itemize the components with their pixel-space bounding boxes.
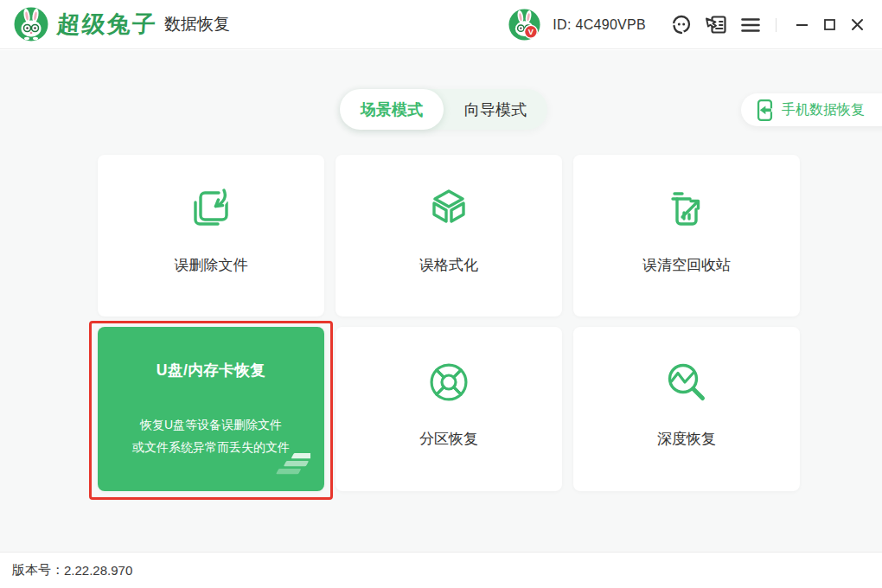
app-title: 超级兔子 — [56, 9, 159, 40]
tab-wizard-mode[interactable]: 向导模式 — [444, 89, 547, 130]
version-value: 2.22.28.970 — [64, 563, 132, 578]
status-bar: 版本号： 2.22.28.970 — [0, 552, 882, 588]
layers-icon — [276, 451, 310, 481]
maximize-button[interactable] — [818, 14, 840, 36]
card-label: 误格式化 — [419, 255, 478, 275]
trash-restore-icon — [662, 184, 711, 236]
svg-text:V: V — [528, 28, 534, 36]
card-label: 误删除文件 — [175, 255, 248, 275]
card-emptied-recycle-bin[interactable]: 误清空回收站 — [573, 155, 800, 316]
user-avatar[interactable]: V — [508, 9, 540, 41]
user-id-label: ID: 4C490VPB — [553, 17, 646, 33]
tab-scene-mode[interactable]: 场景模式 — [340, 89, 444, 130]
card-partition-recovery[interactable]: 分区恢复 — [336, 327, 562, 491]
card-usb-memory-card-recovery[interactable]: U盘/内存卡恢复 恢复U盘等设备误删除文件 或文件系统异常而丢失的文件 — [98, 327, 324, 491]
description-line-1: 恢复U盘等设备误删除文件 — [132, 413, 290, 436]
customer-service-headset-icon[interactable] — [668, 12, 694, 38]
main-content: 场景模式 向导模式 手机数据恢复 误删除文件 — [0, 50, 882, 552]
card-label: 分区恢复 — [419, 429, 478, 449]
restore-file-icon — [187, 184, 235, 236]
title-bar: 超级兔子 数据恢复 V ID: 4C490VPB — [0, 0, 882, 49]
app-subtitle: 数据恢复 — [164, 13, 230, 35]
card-label: 深度恢复 — [657, 429, 716, 449]
card-formatted[interactable]: 误格式化 — [336, 155, 562, 316]
mode-tabs: 场景模式 向导模式 — [340, 89, 547, 130]
phone-recovery-label: 手机数据恢复 — [782, 101, 865, 119]
recovery-cards-grid: 误删除文件 误格式化 — [98, 155, 800, 491]
phone-arrow-icon — [756, 99, 774, 122]
brand: 超级兔子 数据恢复 — [14, 7, 230, 42]
feedback-icon[interactable] — [703, 12, 729, 38]
app-logo-rabbit-icon — [14, 7, 48, 42]
cube-icon — [425, 184, 473, 236]
card-deleted-files[interactable]: 误删除文件 — [98, 155, 324, 316]
deep-scan-icon — [662, 358, 711, 410]
minimize-button[interactable] — [790, 14, 813, 36]
partition-icon — [425, 358, 473, 410]
green-card-description: 恢复U盘等设备误删除文件 或文件系统异常而丢失的文件 — [132, 413, 290, 458]
card-label: 误清空回收站 — [642, 255, 731, 275]
description-line-2: 或文件系统异常而丢失的文件 — [132, 436, 290, 458]
menu-hamburger-icon[interactable] — [738, 12, 764, 38]
version-label: 版本号： — [12, 562, 64, 578]
avatar-rabbit-icon: V — [508, 9, 540, 41]
phone-data-recovery-button[interactable]: 手机数据恢复 — [741, 93, 882, 126]
titlebar-divider — [776, 18, 777, 32]
close-button[interactable] — [846, 14, 868, 36]
card-deep-recovery[interactable]: 深度恢复 — [573, 327, 800, 491]
green-card-title: U盘/内存卡恢复 — [157, 360, 266, 380]
